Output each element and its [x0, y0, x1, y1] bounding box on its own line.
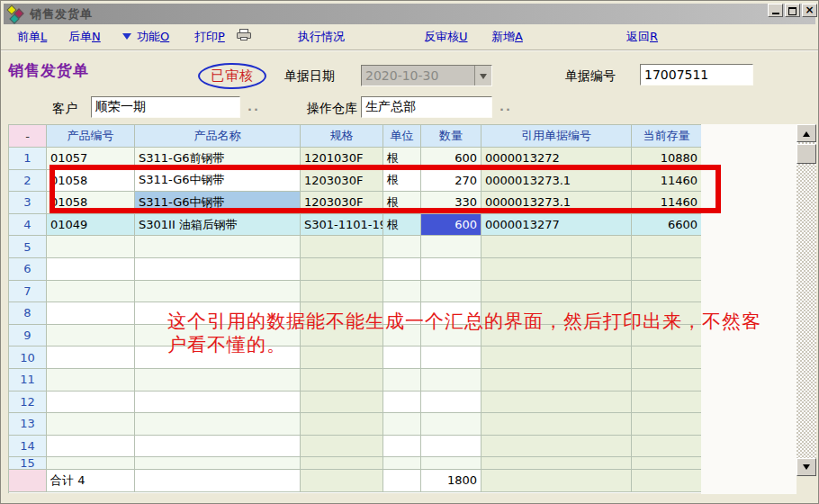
grid-cell[interactable]: [632, 369, 701, 392]
grid-cell[interactable]: [383, 413, 421, 436]
scroll-down-button[interactable]: [796, 458, 816, 476]
row-number[interactable]: 2: [9, 170, 47, 193]
grid-cell[interactable]: 270: [421, 170, 482, 193]
grid-cell[interactable]: [482, 236, 632, 258]
grid-cell[interactable]: [421, 457, 482, 470]
grid-cell[interactable]: [632, 325, 701, 347]
toolbar-item-next-doc[interactable]: 后单N: [68, 29, 101, 45]
grid-cell[interactable]: [135, 325, 301, 347]
grid-cell[interactable]: [47, 392, 135, 414]
grid-cell[interactable]: [301, 436, 383, 458]
grid-header-col7[interactable]: 当前存量: [632, 124, 701, 148]
grid-cell[interactable]: [421, 325, 482, 347]
grid-cell[interactable]: [135, 457, 301, 470]
row-number[interactable]: 13: [9, 413, 47, 436]
grid-cell[interactable]: [421, 236, 482, 258]
row-number[interactable]: 7: [9, 281, 47, 303]
grid-cell[interactable]: [421, 369, 482, 392]
grid-cell[interactable]: 11460: [632, 192, 701, 214]
row-number[interactable]: 4: [9, 214, 47, 237]
grid-cell[interactable]: S301II 油箱后钢带: [135, 214, 301, 237]
grid-cell[interactable]: [482, 325, 632, 347]
grid-cell[interactable]: 01049: [47, 214, 135, 237]
row-number[interactable]: 8: [9, 302, 47, 325]
grid-cell[interactable]: S311-G6中钢带: [135, 170, 301, 193]
grid-cell[interactable]: S301-1101-19: [301, 214, 383, 237]
grid-cell[interactable]: [135, 436, 301, 458]
grid-cell[interactable]: [632, 302, 701, 325]
grid-cell[interactable]: 01058: [47, 192, 135, 214]
grid-header-rownum[interactable]: -: [9, 124, 47, 148]
grid-cell[interactable]: [135, 413, 301, 436]
grid-header-col2[interactable]: 产品名称: [135, 124, 301, 148]
maximize-button[interactable]: [785, 4, 800, 17]
grid-cell[interactable]: [482, 392, 632, 414]
grid-cell[interactable]: 根: [383, 214, 421, 237]
grid-cell[interactable]: [301, 346, 383, 369]
grid-cell[interactable]: 600: [421, 214, 482, 237]
grid-cell[interactable]: [47, 457, 135, 470]
grid-cell[interactable]: [47, 236, 135, 258]
grid-cell[interactable]: [421, 436, 482, 458]
grid-cell[interactable]: 6600: [632, 214, 701, 237]
row-number[interactable]: 11: [9, 369, 47, 392]
grid-cell[interactable]: [482, 302, 632, 325]
grid-cell[interactable]: 根: [383, 148, 421, 170]
grid-cell[interactable]: [383, 369, 421, 392]
row-number[interactable]: 10: [9, 346, 47, 369]
grid-cell[interactable]: [632, 236, 701, 258]
date-combobox[interactable]: 2020-10-30: [361, 65, 492, 86]
grid-cell[interactable]: [47, 325, 135, 347]
warehouse-lookup-button[interactable]: ..: [500, 100, 512, 113]
grid-header-col1[interactable]: 产品编号: [47, 124, 135, 148]
grid-header-col4[interactable]: 单位: [383, 124, 421, 148]
grid-cell[interactable]: [47, 413, 135, 436]
grid-cell[interactable]: [47, 369, 135, 392]
grid-cell[interactable]: [135, 281, 301, 303]
grid-cell[interactable]: 0000013277: [482, 214, 632, 237]
row-number[interactable]: 14: [9, 436, 47, 458]
grid-header-col5[interactable]: 数量: [421, 124, 482, 148]
row-number[interactable]: 1: [9, 148, 47, 170]
toolbar-item-unaudit[interactable]: 反审核U: [424, 29, 468, 45]
grid-cell[interactable]: 10880: [632, 148, 701, 170]
grid-cell[interactable]: [482, 413, 632, 436]
grid-cell[interactable]: [632, 392, 701, 414]
grid-cell[interactable]: 根: [383, 170, 421, 193]
grid-cell[interactable]: [383, 436, 421, 458]
customer-lookup-button[interactable]: ..: [248, 100, 260, 113]
customer-input[interactable]: [91, 96, 240, 118]
grid-cell[interactable]: [135, 302, 301, 325]
grid-cell[interactable]: 330: [421, 192, 482, 214]
grid-cell[interactable]: [135, 236, 301, 258]
grid-cell[interactable]: [301, 258, 383, 281]
grid-cell[interactable]: [632, 258, 701, 281]
grid-header-col6[interactable]: 引用单据编号: [482, 124, 632, 148]
grid-cell[interactable]: [47, 258, 135, 281]
grid-cell[interactable]: [383, 325, 421, 347]
grid-header-col3[interactable]: 规格: [301, 124, 383, 148]
grid-cell[interactable]: [383, 392, 421, 414]
grid-cell[interactable]: [482, 436, 632, 458]
grid-cell[interactable]: [482, 369, 632, 392]
grid-cell[interactable]: 01058: [47, 170, 135, 193]
grid-cell[interactable]: [421, 392, 482, 414]
grid-cell[interactable]: 0000013272: [482, 148, 632, 170]
grid-cell[interactable]: [632, 457, 701, 470]
grid-cell[interactable]: [421, 281, 482, 303]
grid-cell[interactable]: 600: [421, 148, 482, 170]
grid-cell[interactable]: [47, 346, 135, 369]
row-number[interactable]: 5: [9, 236, 47, 258]
minimize-button[interactable]: [768, 4, 783, 17]
toolbar-item-printer[interactable]: [236, 29, 252, 41]
toolbar-item-functions[interactable]: 功能O: [122, 29, 169, 45]
date-dropdown-button[interactable]: [474, 66, 491, 86]
grid-cell[interactable]: [632, 346, 701, 369]
grid-cell[interactable]: [383, 302, 421, 325]
docno-input[interactable]: [640, 64, 753, 86]
grid-cell[interactable]: [383, 236, 421, 258]
grid-cell[interactable]: [421, 302, 482, 325]
grid-cell[interactable]: [383, 346, 421, 369]
grid-cell[interactable]: S311-G6中钢带: [135, 192, 301, 214]
grid-cell[interactable]: 0000013273.1: [482, 170, 632, 193]
